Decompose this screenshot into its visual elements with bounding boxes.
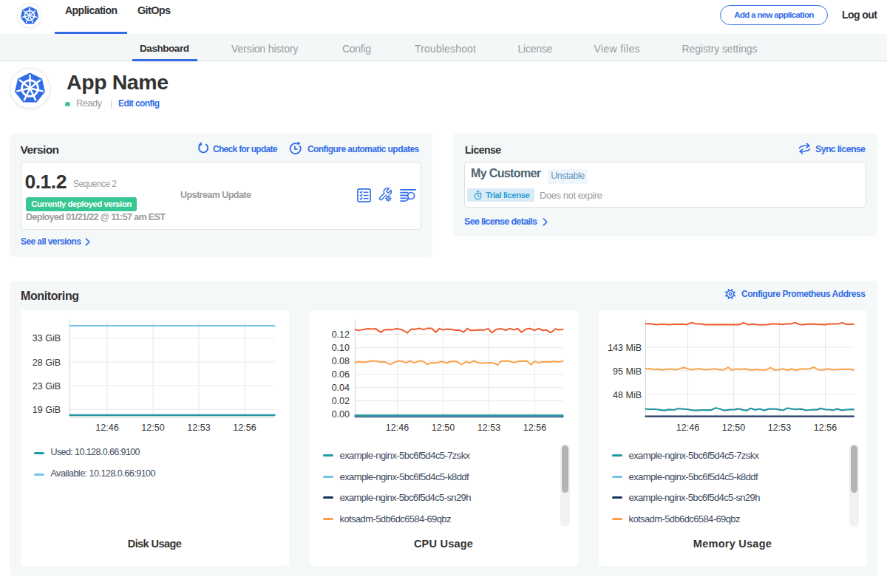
svg-text:95 MiB: 95 MiB <box>613 366 642 377</box>
svg-text:0.10: 0.10 <box>331 343 349 353</box>
svg-text:12:56: 12:56 <box>233 423 256 433</box>
svg-text:12:50: 12:50 <box>721 423 744 433</box>
svg-text:12:46: 12:46 <box>95 423 118 433</box>
svg-text:23 GiB: 23 GiB <box>32 381 60 392</box>
svg-text:12:53: 12:53 <box>767 423 790 433</box>
svg-text:0.04: 0.04 <box>331 383 349 393</box>
svg-text:12:53: 12:53 <box>477 423 500 433</box>
svg-text:19 GiB: 19 GiB <box>32 405 60 415</box>
svg-text:143 MiB: 143 MiB <box>608 343 642 353</box>
svg-text:33 GiB: 33 GiB <box>32 333 60 343</box>
svg-text:12:50: 12:50 <box>141 423 164 433</box>
svg-text:0.02: 0.02 <box>331 396 349 406</box>
svg-text:0.00: 0.00 <box>331 409 349 420</box>
svg-text:0.12: 0.12 <box>331 329 349 340</box>
svg-text:0.06: 0.06 <box>331 369 349 380</box>
svg-text:12:50: 12:50 <box>431 423 454 433</box>
svg-text:12:56: 12:56 <box>813 423 836 433</box>
svg-text:12:53: 12:53 <box>187 423 210 433</box>
svg-text:28 GiB: 28 GiB <box>32 358 60 368</box>
svg-text:12:56: 12:56 <box>523 423 546 433</box>
svg-text:0.08: 0.08 <box>331 356 349 366</box>
svg-text:12:46: 12:46 <box>676 423 699 433</box>
svg-text:12:46: 12:46 <box>385 423 408 433</box>
svg-text:48 MiB: 48 MiB <box>613 390 642 400</box>
